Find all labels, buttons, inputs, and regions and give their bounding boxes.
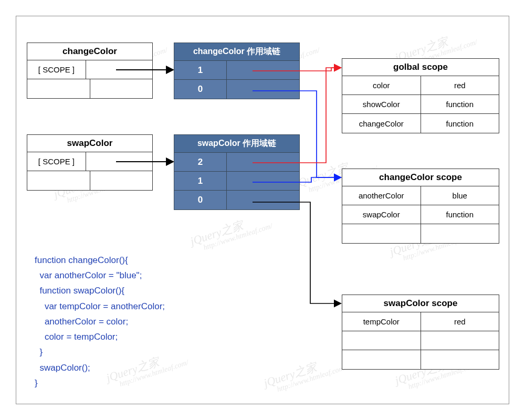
block-header: swapColor [27, 135, 152, 152]
chain-ref-cell [227, 191, 299, 209]
scope-val: blue [421, 186, 499, 205]
chain-ref-cell [227, 80, 299, 99]
empty-cell [86, 60, 152, 79]
chain-index-cell: 1 [174, 172, 227, 191]
empty-cell [90, 79, 153, 98]
scope-val: function [421, 95, 499, 114]
changecolor-func-block: changeColor [ SCOPE ] [27, 43, 153, 99]
scope-cell: [ SCOPE ] [27, 152, 86, 171]
scope-key: showColor [342, 95, 421, 114]
scope-cell: [ SCOPE ] [27, 60, 86, 79]
scope-val [421, 224, 499, 243]
scope-key: color [342, 76, 421, 95]
scope-key [342, 224, 421, 243]
scope-key [342, 350, 421, 369]
swapcolor-scope-table: swapColor scope tempColorred [342, 295, 499, 370]
global-scope-table: golbal scope colorred showColorfunction … [342, 58, 499, 133]
chain-index-cell: 0 [174, 80, 227, 99]
scope-key: swapColor [342, 205, 421, 224]
changecolor-chain-block: changeColor 作用域链 1 0 [174, 43, 300, 99]
block-header: changeColor [27, 43, 152, 60]
watermark: jQuery之家http://www.htmleaf.com/ [261, 351, 347, 397]
swapcolor-func-block: swapColor [ SCOPE ] [27, 134, 153, 191]
empty-cell [27, 171, 90, 190]
changecolor-scope-table: changeColor scope anotherColorblue swapC… [342, 169, 499, 244]
scope-key [342, 331, 421, 350]
chain-index-cell: 2 [174, 153, 227, 172]
scope-key: changeColor [342, 114, 421, 133]
scope-key: anotherColor [342, 186, 421, 205]
watermark: jQuery之家http://www.htmleaf.com/ [188, 209, 274, 256]
block-header: changeColor scope [342, 169, 499, 186]
empty-cell [90, 171, 153, 190]
block-header: swapColor 作用域链 [174, 135, 299, 153]
scope-val: function [421, 205, 499, 224]
empty-cell [27, 79, 90, 98]
chain-index-cell: 0 [174, 191, 227, 209]
diagram-container: jQuery之家http://www.htmleaf.com/ jQuery之家… [16, 16, 509, 404]
scope-val: red [421, 76, 499, 95]
chain-ref-cell [227, 153, 299, 172]
code-snippet: function changeColor(){ var anotherColor… [35, 253, 165, 391]
block-header: swapColor scope [342, 295, 499, 312]
scope-val: red [421, 312, 499, 331]
chain-ref-cell [227, 172, 299, 191]
arrow [253, 202, 340, 303]
swapcolor-chain-block: swapColor 作用域链 2 1 0 [174, 134, 300, 210]
chain-index-cell: 1 [174, 61, 227, 80]
empty-cell [86, 152, 152, 171]
block-header: changeColor 作用域链 [174, 43, 299, 61]
scope-key: tempColor [342, 312, 421, 331]
scope-val [421, 350, 499, 369]
scope-val [421, 331, 499, 350]
chain-ref-cell [227, 61, 299, 80]
scope-val: function [421, 114, 499, 133]
block-header: golbal scope [342, 59, 499, 76]
